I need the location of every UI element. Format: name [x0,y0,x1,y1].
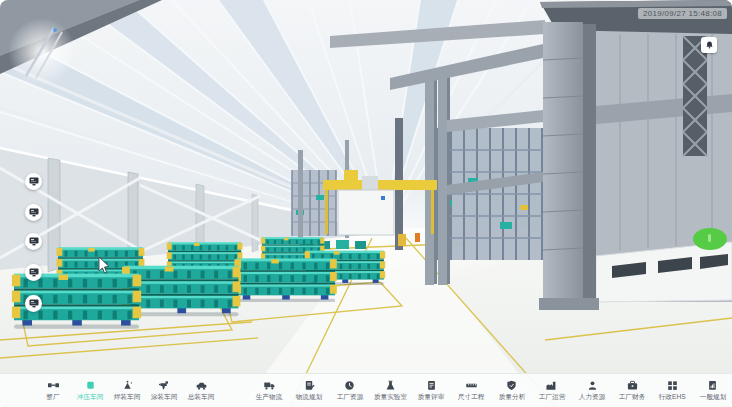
tab-quality-analysis[interactable]: 质量分析 [495,380,529,402]
camera-view-button-4[interactable] [25,264,42,281]
tab-label: 涂装车间 [151,392,178,402]
bottom-toolbar: 整厂 冲压车间 焊装车间 [0,373,732,407]
tab-label: 焊装车间 [114,392,141,402]
tab-production-logistics[interactable]: 生产物流 [252,380,286,402]
monitor-icon [29,268,39,277]
tab-stamping-workshop[interactable]: 冲压车间 [73,380,107,402]
lens-flare [8,18,76,86]
spray-gun-icon [158,380,171,391]
stamping-icon [84,380,97,391]
tab-label: 整厂 [46,392,59,402]
camera-view-button-1[interactable] [25,173,42,190]
monitor-icon [29,177,39,186]
tab-label: 一般规划 [700,392,727,402]
monitor-icon [29,237,39,246]
status-marker-green[interactable] [693,228,727,250]
tab-dimension-engineering[interactable]: 尺寸工程 [454,380,488,402]
timestamp: 2019/09/27 15:48:08 [638,8,727,19]
flask-icon [384,380,397,391]
tab-label: 尺寸工程 [458,392,485,402]
tab-factory-resources[interactable]: 工厂资源 [333,380,367,402]
review-document-icon [425,380,438,391]
tab-assembly-workshop[interactable]: 总装车间 [184,380,218,402]
tab-label: 质量分析 [498,392,525,402]
camera-view-button-5[interactable] [25,295,42,312]
tab-quality-review[interactable]: 质量评审 [414,380,448,402]
person-icon [586,380,599,391]
module-nav-group: 生产物流 物流规划 工厂资源 [252,374,730,407]
tab-label: 工厂运营 [539,392,566,402]
grid-icon [666,380,679,391]
tab-admin-ehs[interactable]: 行政EHS [656,380,690,402]
tab-label: 质量实验室 [374,392,407,402]
car-assembly-icon [195,380,208,391]
tab-label: 质量评审 [418,392,445,402]
tab-whole-plant[interactable]: 整厂 [36,380,70,402]
tab-factory-operations[interactable]: 工厂运营 [535,380,569,402]
foreground-column [539,22,599,310]
viewport-3d[interactable] [0,0,732,407]
tab-label: 总装车间 [188,392,215,402]
tab-painting-workshop[interactable]: 涂装车间 [147,380,181,402]
camera-view-button-3[interactable] [25,233,42,250]
truck-icon [263,380,276,391]
factory-icon [545,380,558,391]
tab-welding-workshop[interactable]: 焊装车间 [110,380,144,402]
tab-label: 工厂资源 [336,392,363,402]
tab-general-planning[interactable]: 一般规划 [696,380,730,402]
plant-overview-icon [47,380,60,391]
camera-view-button-2[interactable] [25,204,42,221]
tab-quality-lab[interactable]: 质量实验室 [373,380,408,402]
tab-label: 人力资源 [579,392,606,402]
monitor-icon [29,299,39,308]
tab-factory-finance[interactable]: 工厂财务 [615,380,649,402]
tab-label: 生产物流 [256,392,283,402]
monitor-icon [29,208,39,217]
notification-button[interactable] [701,37,717,53]
shield-icon [505,380,518,391]
workshop-nav-group: 整厂 冲压车间 焊装车间 [36,374,218,407]
bell-icon [704,40,715,51]
tab-label: 物流规划 [296,392,323,402]
tab-label: 工厂财务 [619,392,646,402]
chart-document-icon [706,380,719,391]
app-window: 2019/09/27 15:48:08 [0,0,732,407]
welding-icon [121,380,134,391]
document-pencil-icon [303,380,316,391]
tab-label: 冲压车间 [77,392,104,402]
tab-logistics-planning[interactable]: 物流规划 [292,380,326,402]
ruler-icon [465,380,478,391]
clock-icon [343,380,356,391]
briefcase-icon [626,380,639,391]
tab-human-resources[interactable]: 人力资源 [575,380,609,402]
tab-label: 行政EHS [659,392,686,402]
